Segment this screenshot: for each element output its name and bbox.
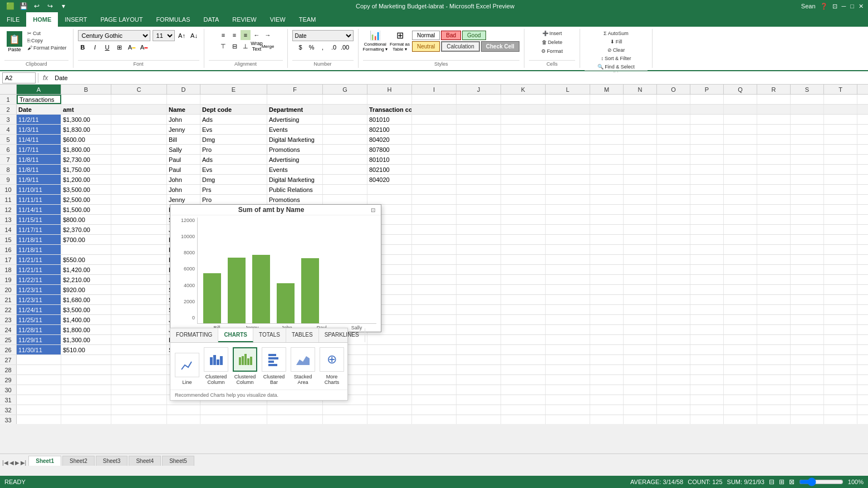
cell[interactable] xyxy=(546,165,590,174)
cell[interactable]: Events xyxy=(267,165,323,174)
cell[interactable] xyxy=(724,395,757,405)
cell[interactable] xyxy=(501,335,546,344)
cell[interactable] xyxy=(624,215,657,224)
cell[interactable] xyxy=(624,305,657,314)
font-size-select[interactable]: 11 xyxy=(153,30,175,41)
cell[interactable] xyxy=(546,345,590,354)
chart-bar-group[interactable] xyxy=(203,273,221,323)
style-neutral[interactable]: Neutral xyxy=(412,41,440,52)
cell[interactable] xyxy=(111,275,167,284)
cell[interactable] xyxy=(17,385,61,395)
cell[interactable]: $1,420.00 xyxy=(61,265,111,274)
cell[interactable] xyxy=(757,285,791,294)
fill-button[interactable]: ⬇ Fill xyxy=(609,38,624,45)
cell[interactable] xyxy=(690,285,724,294)
cell[interactable]: $1,500.00 xyxy=(61,205,111,214)
cell[interactable] xyxy=(791,225,824,234)
cell[interactable] xyxy=(501,105,546,114)
cell[interactable] xyxy=(546,365,590,374)
cell[interactable] xyxy=(724,385,757,395)
cell[interactable] xyxy=(457,405,501,415)
cell[interactable] xyxy=(501,205,546,214)
cell[interactable] xyxy=(412,345,457,354)
tab-pagelayout[interactable]: PAGE LAYOUT xyxy=(94,12,149,27)
cell[interactable] xyxy=(412,205,457,214)
cell[interactable] xyxy=(111,145,167,154)
cell[interactable] xyxy=(791,365,824,374)
cell[interactable] xyxy=(457,225,501,234)
cell[interactable] xyxy=(857,405,868,415)
format-as-table-btn[interactable]: ⊞ Format asTable ▾ xyxy=(390,30,410,52)
cell[interactable] xyxy=(590,105,624,114)
fill-color-button[interactable]: A▬ xyxy=(127,42,137,52)
cell[interactable] xyxy=(111,125,167,134)
tab-team[interactable]: TEAM xyxy=(292,12,323,27)
cell[interactable] xyxy=(412,415,457,424)
cell[interactable] xyxy=(724,405,757,415)
cell[interactable]: Pro xyxy=(200,195,267,204)
cell[interactable] xyxy=(690,225,724,234)
cell[interactable] xyxy=(546,315,590,324)
cell[interactable] xyxy=(412,275,457,284)
save-icon[interactable]: 💾 xyxy=(18,1,29,12)
cell[interactable] xyxy=(690,185,724,194)
cell[interactable]: 11/9/11 xyxy=(17,175,61,184)
cell[interactable] xyxy=(857,185,868,194)
cell[interactable] xyxy=(824,105,857,114)
cell[interactable] xyxy=(367,355,412,364)
border-button[interactable]: ⊞ xyxy=(115,42,125,52)
cell[interactable] xyxy=(791,125,824,134)
cell[interactable] xyxy=(367,395,412,405)
cell[interactable] xyxy=(690,295,724,304)
minimize-icon[interactable]: ─ xyxy=(842,3,846,9)
cell[interactable] xyxy=(501,235,546,244)
maximize-icon[interactable]: □ xyxy=(850,3,854,9)
cell[interactable] xyxy=(412,305,457,314)
cell[interactable] xyxy=(412,335,457,344)
cell[interactable] xyxy=(457,385,501,395)
cell[interactable] xyxy=(457,105,501,114)
cell[interactable] xyxy=(757,135,791,144)
cell[interactable] xyxy=(657,395,690,405)
tab-data[interactable]: DATA xyxy=(197,12,226,27)
cell[interactable] xyxy=(457,305,501,314)
cell[interactable]: John xyxy=(167,185,200,194)
cell[interactable] xyxy=(457,95,501,104)
cell[interactable] xyxy=(624,295,657,304)
cell[interactable] xyxy=(546,105,590,114)
cell[interactable]: Ads xyxy=(200,155,267,164)
cell[interactable] xyxy=(111,265,167,274)
cell[interactable] xyxy=(501,305,546,314)
cell[interactable] xyxy=(657,235,690,244)
cell[interactable] xyxy=(791,115,824,124)
cell[interactable] xyxy=(323,95,367,104)
cell[interactable] xyxy=(791,145,824,154)
align-center-button[interactable]: ≡ xyxy=(229,30,239,40)
help-icon[interactable]: ❓ xyxy=(820,3,828,10)
col-header-t[interactable]: T xyxy=(824,85,857,94)
cell[interactable] xyxy=(657,305,690,314)
cell[interactable] xyxy=(857,365,868,374)
cell[interactable] xyxy=(590,315,624,324)
cell[interactable] xyxy=(657,265,690,274)
cell[interactable] xyxy=(412,145,457,154)
cell[interactable]: Dmg xyxy=(200,135,267,144)
cell[interactable] xyxy=(61,405,111,415)
cell[interactable] xyxy=(111,175,167,184)
cell[interactable] xyxy=(501,405,546,415)
cell[interactable] xyxy=(657,205,690,214)
cell[interactable] xyxy=(457,185,501,194)
cell[interactable] xyxy=(857,145,868,154)
cell[interactable] xyxy=(412,155,457,164)
cell[interactable] xyxy=(690,215,724,224)
cell[interactable] xyxy=(501,215,546,224)
col-header-o[interactable]: O xyxy=(657,85,690,94)
cell[interactable] xyxy=(824,285,857,294)
cell[interactable] xyxy=(791,385,824,395)
cell[interactable]: Pro xyxy=(200,145,267,154)
cell[interactable] xyxy=(624,135,657,144)
formula-input[interactable] xyxy=(52,72,866,83)
cell[interactable] xyxy=(724,215,757,224)
cell[interactable] xyxy=(857,105,868,114)
cell[interactable] xyxy=(824,295,857,304)
